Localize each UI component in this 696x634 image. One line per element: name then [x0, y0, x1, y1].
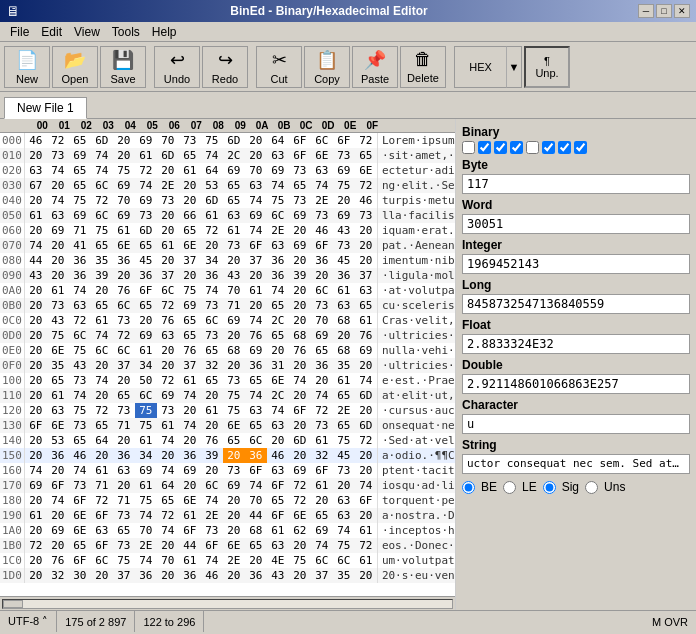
hex-byte[interactable]: 61 [91, 313, 113, 328]
hex-byte[interactable]: 65 [245, 418, 267, 433]
hex-byte[interactable]: 73 [311, 298, 333, 313]
hex-byte[interactable]: 6F [289, 133, 311, 148]
hex-byte[interactable]: 36 [179, 448, 201, 463]
hex-byte[interactable]: 73 [113, 403, 135, 418]
hex-byte[interactable]: 20 [267, 343, 289, 358]
hex-byte[interactable]: 35 [333, 568, 355, 583]
hex-byte[interactable]: 72 [91, 403, 113, 418]
hex-byte[interactable]: 20 [113, 373, 135, 388]
hex-byte[interactable]: 20 [25, 148, 47, 163]
scrollbar-h[interactable] [0, 596, 455, 610]
hex-byte[interactable]: 20 [25, 283, 47, 298]
hex-byte[interactable]: 20 [25, 193, 47, 208]
hex-byte[interactable]: 36 [245, 358, 267, 373]
hex-byte[interactable]: 46 [25, 133, 47, 148]
hex-byte[interactable]: 6E [267, 373, 289, 388]
hex-byte[interactable]: 74 [47, 193, 69, 208]
hex-byte[interactable]: 6E [223, 538, 245, 553]
hex-byte[interactable]: 69 [223, 478, 245, 493]
hex-byte[interactable]: 6D [135, 223, 157, 238]
hex-byte[interactable]: 37 [179, 253, 201, 268]
hex-byte[interactable]: 20 [25, 388, 47, 403]
hex-byte[interactable]: 36 [267, 268, 289, 283]
hex-byte[interactable]: 32 [47, 568, 69, 583]
hex-byte[interactable]: 6C [157, 283, 179, 298]
table-row[interactable]: 1C020766F6C75747061742E204E756C6C61um·vo… [0, 553, 455, 568]
hex-byte[interactable]: 74 [69, 283, 91, 298]
hex-byte[interactable]: 20 [113, 148, 135, 163]
table-row[interactable]: 0B0207363656C6572697371206520736365cu·sc… [0, 298, 455, 313]
hex-byte[interactable]: 61 [355, 313, 377, 328]
hex-byte[interactable]: 69 [223, 313, 245, 328]
table-row[interactable]: 0102073697420616D65742C20636F6E7365·sit·… [0, 148, 455, 163]
hex-byte[interactable]: 20 [223, 328, 245, 343]
hex-byte[interactable]: 36 [135, 568, 157, 583]
hex-byte[interactable]: 75 [135, 493, 157, 508]
hex-byte[interactable]: 71 [113, 418, 135, 433]
hex-byte[interactable]: 20 [113, 478, 135, 493]
menu-help[interactable]: Help [146, 24, 183, 39]
hex-byte[interactable]: 61 [47, 283, 69, 298]
hex-byte[interactable]: 69 [355, 343, 377, 358]
hex-byte[interactable]: 6C [311, 283, 333, 298]
hex-byte[interactable]: 35 [333, 358, 355, 373]
table-row[interactable]: 1306F6E736571756174206E65632073656Donseq… [0, 418, 455, 433]
hex-byte[interactable]: 6D [91, 133, 113, 148]
hex-byte[interactable]: 70 [311, 313, 333, 328]
hex-byte[interactable]: 20 [289, 418, 311, 433]
hex-byte[interactable]: 20 [355, 508, 377, 523]
binary-cb-5[interactable] [542, 141, 555, 154]
hex-byte[interactable]: 75 [135, 403, 157, 418]
maximize-button[interactable]: □ [656, 4, 672, 18]
hex-byte[interactable]: 75 [113, 163, 135, 178]
table-row[interactable]: 0506163696C697320666163696C69736973lla·f… [0, 208, 455, 223]
hex-byte[interactable]: 20 [179, 268, 201, 283]
hex-byte[interactable]: 37 [179, 358, 201, 373]
hex-byte[interactable]: 72 [289, 493, 311, 508]
hex-byte[interactable]: 75 [69, 343, 91, 358]
hex-byte[interactable]: 20 [157, 358, 179, 373]
hex-byte[interactable]: 20 [157, 163, 179, 178]
hex-byte[interactable]: 6C [267, 208, 289, 223]
hex-byte[interactable]: 76 [201, 433, 223, 448]
hex-byte[interactable]: 20 [179, 193, 201, 208]
hex-byte[interactable]: 67 [25, 178, 47, 193]
hex-byte[interactable]: 73 [201, 328, 223, 343]
hex-byte[interactable]: 72 [113, 328, 135, 343]
hex-byte[interactable]: 6C [113, 298, 135, 313]
hex-byte[interactable]: 6C [69, 328, 91, 343]
hex-byte[interactable]: 61 [179, 553, 201, 568]
hex-dropdown-button[interactable]: ▼ [506, 46, 522, 88]
hex-byte[interactable]: 53 [201, 178, 223, 193]
hex-byte[interactable]: 43 [47, 313, 69, 328]
hex-byte[interactable]: 6C [201, 313, 223, 328]
hex-byte[interactable]: 75 [223, 388, 245, 403]
hex-byte[interactable]: 6D [355, 418, 377, 433]
table-row[interactable]: 19061206E6F737472612E20446F6E656320a·nos… [0, 508, 455, 523]
hex-byte[interactable]: 43 [267, 568, 289, 583]
hex-byte[interactable]: 44 [25, 253, 47, 268]
hex-byte[interactable]: 20 [355, 448, 377, 463]
hex-byte[interactable]: 30 [69, 568, 91, 583]
hex-byte[interactable]: 72 [355, 178, 377, 193]
hex-byte[interactable]: 74 [267, 178, 289, 193]
hex-byte[interactable]: 75 [201, 133, 223, 148]
hex-byte[interactable]: 63 [311, 163, 333, 178]
hex-byte[interactable]: 20 [333, 478, 355, 493]
hex-byte[interactable]: 20 [91, 388, 113, 403]
table-row[interactable]: 0F020354320373420373220363120363520·ultr… [0, 358, 455, 373]
hex-byte[interactable]: 73 [311, 418, 333, 433]
hex-byte[interactable]: 63 [47, 208, 69, 223]
hex-byte[interactable]: 72 [289, 478, 311, 493]
hex-byte[interactable]: 65 [201, 373, 223, 388]
table-row[interactable]: 0C020437261732076656C69742C20706861Cras·… [0, 313, 455, 328]
hex-byte[interactable]: 73 [311, 208, 333, 223]
hex-byte[interactable]: 73 [135, 208, 157, 223]
hex-byte[interactable]: 20 [201, 238, 223, 253]
hex-byte[interactable]: 74 [25, 463, 47, 478]
hex-byte[interactable]: 74 [157, 463, 179, 478]
hex-byte[interactable]: 6D [289, 433, 311, 448]
hex-byte[interactable]: 63 [157, 328, 179, 343]
hex-byte[interactable]: 2E [157, 178, 179, 193]
hex-byte[interactable]: 36 [113, 448, 135, 463]
